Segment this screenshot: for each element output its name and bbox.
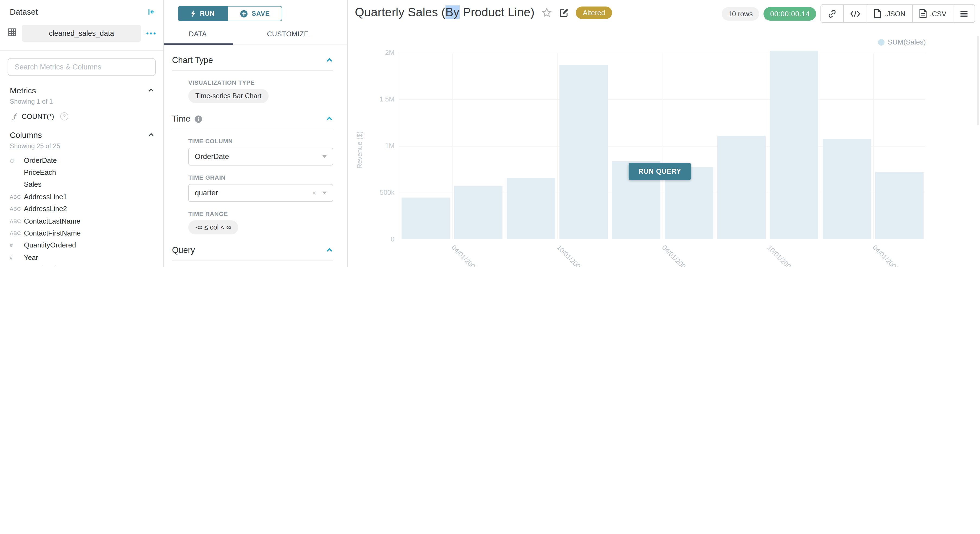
- hamburger-menu-icon: [960, 10, 968, 17]
- column-list-item[interactable]: ABC PostalCode: [0, 264, 163, 267]
- active-tab-underline: [164, 43, 233, 45]
- columns-showing-count: Showing 25 of 25: [0, 141, 163, 150]
- column-label: Sales: [24, 180, 41, 189]
- plus-circle-icon: [240, 10, 248, 17]
- dataset-panel-header: Dataset: [0, 0, 163, 21]
- metrics-title: Metrics: [10, 86, 36, 95]
- x-axis-tick: 10/01/2003: [555, 244, 584, 267]
- dataset-name[interactable]: cleaned_sales_data: [22, 25, 142, 42]
- save-button[interactable]: SAVE: [228, 6, 282, 21]
- link-icon: [828, 9, 837, 18]
- column-list-item[interactable]: ABC ContactFirstName: [0, 227, 163, 239]
- y-axis-tick: 2M: [385, 49, 395, 56]
- column-label: ContactLastName: [24, 217, 80, 225]
- viz-type-value[interactable]: Time-series Bar Chart: [188, 89, 269, 103]
- gridline: [399, 99, 925, 100]
- y-axis-tick: 1.5M: [379, 95, 395, 103]
- json-file-icon: [874, 9, 881, 18]
- time-column-select[interactable]: OrderDate: [188, 148, 333, 165]
- tab-data[interactable]: DATA: [189, 30, 207, 38]
- bolt-icon: [191, 10, 196, 17]
- copy-link-button[interactable]: [821, 5, 844, 22]
- altered-badge[interactable]: Altered: [576, 6, 612, 19]
- section-collapse-icon[interactable]: [326, 246, 333, 254]
- dataset-menu-icon[interactable]: •••: [146, 29, 157, 37]
- favorite-star-icon[interactable]: [541, 7, 552, 18]
- column-type-icon: #: [8, 242, 24, 248]
- query-timer-badge: 00:00:00.14: [764, 7, 816, 21]
- chart-type-title: Chart Type: [172, 56, 213, 65]
- column-list-item[interactable]: ABC AddressLine2: [0, 203, 163, 215]
- columns-section-header: Columns: [0, 122, 163, 141]
- row-count-badge: 10 rows: [722, 7, 759, 21]
- columns-collapse-icon[interactable]: [148, 131, 155, 138]
- metric-item[interactable]: ƒ COUNT(*) ?: [0, 105, 163, 122]
- bar: [770, 51, 818, 239]
- time-column-label: TIME COLUMN: [188, 138, 333, 145]
- dataset-sidebar: Dataset cleaned_sales_data ••• Metrics S…: [0, 0, 164, 267]
- gridline: [873, 52, 873, 239]
- column-list-item[interactable]: ◷ OrderDate: [0, 154, 163, 166]
- run-save-group: RUN SAVE: [178, 6, 347, 21]
- column-list-item[interactable]: # Year: [0, 251, 163, 264]
- column-type-icon: ABC: [8, 194, 24, 200]
- panel-tab-bar: DATA CUSTOMIZE: [164, 30, 347, 44]
- time-grain-select[interactable]: quarter ×: [188, 184, 333, 202]
- metrics-section-header: Metrics: [0, 78, 163, 96]
- tab-customize[interactable]: CUSTOMIZE: [267, 30, 309, 38]
- column-label: Year: [24, 253, 38, 262]
- search-metrics-columns-input[interactable]: [8, 58, 156, 76]
- export-csv-button[interactable]: .CSV: [912, 5, 953, 22]
- chevron-down-icon: [322, 155, 327, 158]
- run-button[interactable]: RUN: [178, 6, 228, 21]
- column-list-item[interactable]: ABC AddressLine1: [0, 191, 163, 203]
- y-axis-tick: 500k: [380, 189, 395, 197]
- edit-title-icon[interactable]: [559, 7, 569, 17]
- column-label: OrderDate: [24, 156, 57, 164]
- gridline: [768, 52, 768, 239]
- section-collapse-icon[interactable]: [326, 115, 333, 122]
- time-column-value: OrderDate: [195, 153, 229, 161]
- info-icon[interactable]: [194, 115, 202, 123]
- chart-legend[interactable]: SUM(Sales): [878, 38, 926, 46]
- column-label: QuantityOrdered: [24, 241, 76, 250]
- time-title: Time: [172, 114, 191, 124]
- chart-title[interactable]: Quarterly Sales (By Product Line): [355, 5, 535, 19]
- metrics-collapse-icon[interactable]: [148, 87, 155, 94]
- time-grain-label: TIME GRAIN: [188, 174, 333, 181]
- code-icon: [851, 10, 860, 17]
- legend-label: SUM(Sales): [888, 38, 926, 46]
- selected-text: By: [445, 5, 460, 19]
- plot-area: 2M 1.5M 1M 500k 0 04/01/2003 10/01/2003 …: [399, 52, 925, 239]
- bar: [822, 139, 871, 239]
- bar-chart[interactable]: SUM(Sales) Revenue ($) 2M 1.5M 1M 500k 0…: [348, 30, 980, 267]
- embed-code-button[interactable]: [844, 5, 867, 22]
- section-collapse-icon[interactable]: [326, 56, 333, 64]
- column-list-item[interactable]: # QuantityOrdered: [0, 239, 163, 251]
- csv-file-icon: [919, 9, 927, 18]
- columns-list: ◷ OrderDate PriceEach Sales ABC AddressL…: [0, 150, 163, 267]
- time-range-value[interactable]: -∞ ≤ col < ∞: [188, 220, 238, 234]
- column-type-icon: ◷: [8, 157, 24, 163]
- column-label: ContactFirstName: [24, 229, 81, 237]
- gridline: [452, 52, 453, 239]
- control-panel: RUN SAVE DATA CUSTOMIZE Chart Type VISUA…: [164, 0, 348, 267]
- clear-icon[interactable]: ×: [312, 189, 317, 197]
- help-icon[interactable]: ?: [60, 112, 68, 121]
- divider: [172, 129, 333, 129]
- query-title: Query: [172, 245, 195, 255]
- column-list-item[interactable]: Sales: [0, 178, 163, 191]
- column-list-item[interactable]: ABC ContactLastName: [0, 215, 163, 227]
- collapse-sidebar-icon[interactable]: [147, 7, 156, 16]
- legend-dot-icon: [878, 39, 885, 45]
- y-axis-tick: 1M: [385, 142, 395, 150]
- export-button-group: .JSON .CSV: [821, 4, 975, 23]
- export-json-button[interactable]: .JSON: [867, 5, 913, 22]
- scrollbar-thumb[interactable]: [977, 36, 979, 126]
- y-axis-tick: 0: [391, 235, 395, 243]
- column-label: AddressLine2: [24, 205, 67, 213]
- gridline: [663, 52, 663, 239]
- column-list-item[interactable]: PriceEach: [0, 166, 163, 178]
- chart-menu-button[interactable]: [953, 5, 975, 22]
- run-query-button[interactable]: RUN QUERY: [628, 163, 691, 180]
